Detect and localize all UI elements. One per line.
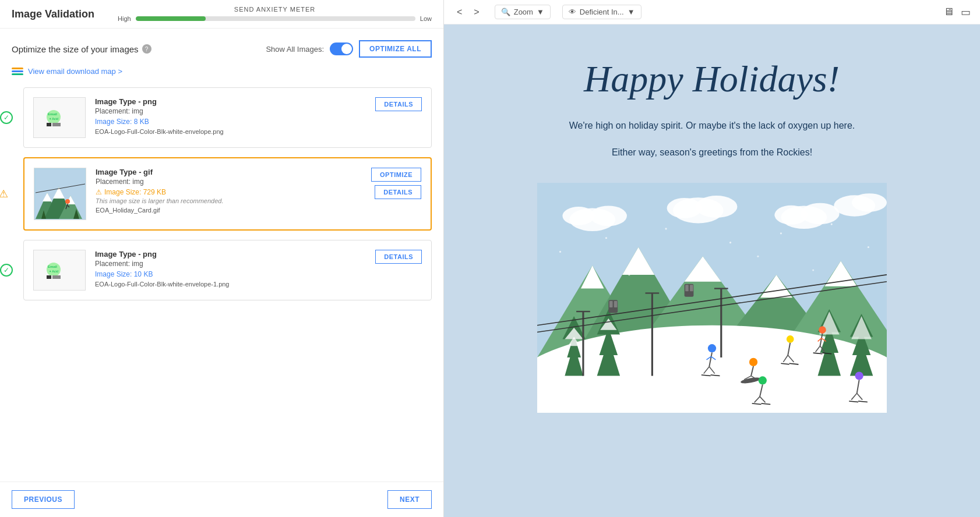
card-filename-2: EOA_Holiday_Card.gif	[96, 207, 362, 214]
svg-point-37	[852, 194, 887, 213]
desktop-icon[interactable]: 🖥	[943, 6, 954, 19]
previous-button[interactable]: PREVIOUS	[12, 490, 75, 509]
card-actions-1: DETAILS	[375, 97, 422, 111]
optimize-title-row: Optimize the size of your images ?	[12, 44, 151, 54]
check-icon-1: ✓	[0, 111, 13, 124]
card-actions-2: OPTIMIZE DETAILS	[371, 168, 421, 199]
svg-rect-79	[685, 285, 689, 292]
image-card-1: Email ✦ Acid Image Type - png Placement:…	[23, 87, 432, 148]
svg-rect-80	[690, 285, 693, 292]
svg-text:Happy Holidays!: Happy Holidays!	[583, 58, 840, 100]
show-all-toggle[interactable]	[330, 43, 353, 55]
details-button-1[interactable]: DETAILS	[375, 97, 422, 111]
anxiety-meter-label: SEND ANXIETY METER	[234, 6, 315, 13]
optimize-title-text: Optimize the size of your images	[12, 44, 139, 54]
card-size-1: Image Size: 8 KB	[95, 118, 366, 126]
svg-point-130	[812, 270, 814, 271]
optimize-all-button[interactable]: OPTIMIZE ALL	[359, 40, 432, 58]
nav-forward-button[interactable]: >	[470, 6, 482, 19]
header-bar: Image Validation SEND ANXIETY METER High…	[0, 0, 443, 29]
toggle-knob	[341, 44, 352, 54]
svg-point-126	[868, 246, 869, 248]
zoom-chevron-icon: ▼	[537, 8, 544, 16]
deficient-chevron-icon: ▼	[628, 8, 635, 16]
left-panel: Image Validation SEND ANXIETY METER High…	[0, 0, 444, 517]
svg-rect-4	[47, 123, 51, 126]
image-card-3: Email ✦ Acid Image Type - png Placement:…	[23, 240, 432, 300]
anxiety-high-label: High	[118, 15, 131, 22]
toolbar-icons-right: 🖥 ▭	[943, 6, 971, 19]
svg-point-127	[628, 274, 630, 276]
details-button-3[interactable]: DETAILS	[375, 250, 422, 264]
image-thumb-3: Email ✦ Acid	[33, 250, 86, 291]
card-placement-2: Placement: img	[96, 178, 362, 186]
image-card-2-wrapper: ⚠	[12, 157, 432, 231]
svg-point-29	[562, 207, 594, 225]
map-link[interactable]: View email download map >	[28, 67, 122, 76]
ski-scene	[537, 183, 887, 415]
check-icon-3: ✓	[0, 264, 13, 277]
email-preview: Happy Holidays! We're high on holiday sp…	[444, 24, 980, 517]
svg-rect-49	[537, 376, 887, 413]
card-actions-3: DETAILS	[375, 250, 422, 264]
svg-point-28	[590, 206, 627, 226]
next-button[interactable]: NEXT	[387, 490, 432, 509]
card-type-1: Image Type - png	[95, 97, 366, 106]
card-filename-3: EOA-Logo-Full-Color-Blk-white-envelope-1…	[95, 281, 366, 288]
email-content: Happy Holidays! We're high on holiday sp…	[537, 24, 887, 517]
svg-text:✦ Acid: ✦ Acid	[49, 117, 58, 121]
card-filename-1: EOA-Logo-Full-Color-Blk-white-envelope.p…	[95, 128, 366, 135]
svg-point-128	[697, 265, 699, 267]
image-card-2: Image Type - gif Placement: img ⚠ Image …	[23, 157, 432, 231]
card-size-warn-text-2: This image size is larger than recommend…	[96, 197, 362, 204]
svg-text:Email: Email	[48, 112, 57, 116]
anxiety-bar-row: High 25% Low	[118, 15, 432, 22]
right-toolbar: < > 🔍 Zoom ▼ 👁 Deficient In... ▼ 🖥 ▭	[444, 0, 980, 24]
svg-point-122	[665, 228, 667, 230]
image-card-1-wrapper: ✓ Email ✦ Acid	[12, 87, 432, 148]
zoom-label: Zoom	[514, 8, 533, 16]
content-area: Optimize the size of your images ? Show …	[0, 29, 443, 481]
help-icon[interactable]: ?	[142, 44, 151, 54]
card-info-1: Image Type - png Placement: img Image Si…	[95, 97, 366, 135]
warn-icon-2: ⚠	[0, 187, 8, 200]
deficient-dropdown[interactable]: 👁 Deficient In... ▼	[562, 5, 641, 19]
card-info-2: Image Type - gif Placement: img ⚠ Image …	[96, 168, 362, 214]
card-info-3: Image Type - png Placement: img Image Si…	[95, 250, 366, 288]
svg-point-100	[708, 344, 716, 352]
show-all-row: Show All Images: OPTIMIZE ALL	[266, 40, 432, 58]
svg-rect-77	[614, 301, 618, 307]
map-link-row: View email download map >	[12, 67, 432, 76]
tablet-icon[interactable]: ▭	[961, 6, 971, 19]
image-thumb-2	[34, 168, 86, 220]
eye-icon: 👁	[569, 8, 576, 16]
svg-point-121	[605, 238, 607, 239]
deficient-label: Deficient In...	[580, 8, 624, 16]
right-panel: < > 🔍 Zoom ▼ 👁 Deficient In... ▼ 🖥 ▭ Hap…	[444, 0, 980, 517]
page-title: Image Validation	[12, 8, 94, 20]
svg-point-129	[757, 256, 759, 257]
footer: PREVIOUS NEXT	[0, 481, 443, 517]
svg-point-125	[831, 224, 833, 225]
svg-point-123	[729, 242, 731, 243]
details-button-2[interactable]: DETAILS	[375, 185, 421, 199]
svg-point-89	[787, 335, 794, 343]
svg-rect-5	[52, 123, 61, 126]
card-type-2: Image Type - gif	[96, 168, 362, 176]
image-thumb-1: Email ✦ Acid	[33, 97, 86, 138]
anxiety-bar-fill	[136, 16, 206, 21]
card-type-3: Image Type - png	[95, 250, 366, 258]
email-header-text: Happy Holidays!	[560, 48, 863, 107]
svg-point-31	[696, 196, 737, 218]
svg-point-120	[559, 251, 561, 253]
card-size-2: ⚠ Image Size: 729 KB	[96, 188, 362, 196]
svg-text:✦ Acid: ✦ Acid	[49, 270, 58, 273]
svg-point-15	[65, 199, 70, 204]
optimize-button-2[interactable]: OPTIMIZE	[371, 168, 421, 182]
zoom-dropdown[interactable]: 🔍 Zoom ▼	[495, 5, 551, 19]
email-tagline-line2: Either way, season's greetings from the …	[560, 145, 863, 160]
map-icon	[12, 68, 23, 75]
email-header-section: Happy Holidays! We're high on holiday sp…	[537, 24, 887, 183]
optimize-header: Optimize the size of your images ? Show …	[12, 40, 432, 58]
nav-back-button[interactable]: <	[453, 6, 466, 19]
